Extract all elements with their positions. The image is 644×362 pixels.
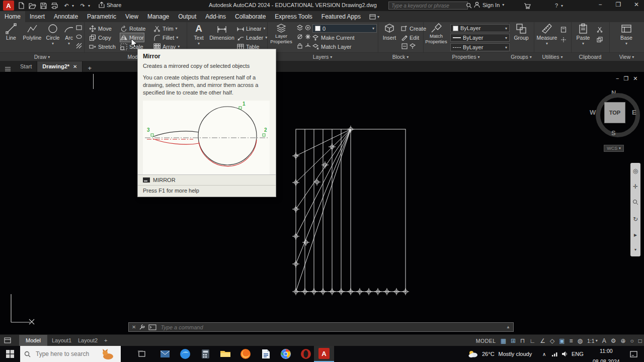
minimize-button[interactable]: − xyxy=(594,1,607,8)
panel-label-layers[interactable]: Layers▾ xyxy=(267,52,378,61)
layer-freeze-icon[interactable] xyxy=(304,33,311,40)
annotation-monitor-icon[interactable]: ⊕ xyxy=(620,337,625,344)
ellipse-flyout-icon[interactable] xyxy=(75,33,83,40)
plot-icon[interactable] xyxy=(49,1,59,10)
task-view-button[interactable] xyxy=(132,346,152,362)
command-input[interactable] xyxy=(159,324,503,331)
tab-drawing2[interactable]: Drawing2* ✕ xyxy=(37,61,83,72)
viewcube-east[interactable]: E xyxy=(632,109,636,116)
layout-tab-menu-icon[interactable] xyxy=(4,337,11,344)
tab-insert[interactable]: Insert xyxy=(25,11,49,22)
isodraft-icon[interactable]: ◇ xyxy=(550,337,554,344)
file-tab-menu-icon[interactable] xyxy=(0,66,15,72)
dimension-button[interactable]: Dimension xyxy=(209,23,235,41)
help-chevron-icon[interactable]: ▾ xyxy=(559,1,565,10)
tab-home[interactable]: Home xyxy=(0,11,25,22)
panel-label-groups[interactable]: Groups▾ xyxy=(509,52,534,61)
taskbar-app-edge[interactable] xyxy=(175,346,195,362)
network-icon[interactable] xyxy=(551,346,558,362)
layer-properties-button[interactable]: Layer Properties xyxy=(269,23,293,45)
zoom-icon[interactable] xyxy=(632,199,638,207)
lineweight-icon[interactable]: ≡ xyxy=(570,337,573,344)
base-button[interactable]: Base ▾ xyxy=(616,23,636,46)
fillet-button[interactable]: Fillet ▾ xyxy=(153,33,178,42)
isolate-objects-icon[interactable]: ○ xyxy=(630,337,634,344)
line-button[interactable]: Line xyxy=(2,23,20,41)
annotation-scale-dropdown[interactable]: 1:1 ▾ xyxy=(587,338,598,344)
cut-icon[interactable] xyxy=(596,26,603,33)
close-button[interactable]: ✕ xyxy=(630,1,643,8)
arc-button[interactable]: Arc ▾ xyxy=(62,23,75,46)
match-layer-button[interactable]: Match Layer xyxy=(312,42,352,51)
tab-express-tools[interactable]: Express Tools xyxy=(270,11,316,22)
tab-start[interactable]: Start xyxy=(15,61,37,72)
panel-label-clipboard[interactable]: Clipboard xyxy=(571,52,609,61)
new-file-icon[interactable] xyxy=(16,1,26,10)
restore-button[interactable]: ❐ xyxy=(612,1,625,8)
redo-chevron-icon[interactable]: ▾ xyxy=(87,1,92,10)
hatch-flyout-icon[interactable] xyxy=(75,42,83,49)
sign-in-button[interactable]: Sign In ▾ xyxy=(474,2,504,8)
viewcube-west[interactable]: W xyxy=(590,109,596,116)
insert-button[interactable]: Insert xyxy=(380,23,399,41)
tab-collaborate[interactable]: Collaborate xyxy=(230,11,270,22)
tab-model[interactable]: Model xyxy=(19,335,47,346)
group-button[interactable]: Group xyxy=(512,23,531,41)
taskbar-app-document[interactable] xyxy=(256,346,276,362)
tab-annotate[interactable]: Annotate xyxy=(49,11,83,22)
linetype-dropdown[interactable]: ByLayer ▾ xyxy=(450,43,510,51)
rotate-button[interactable]: Rotate xyxy=(120,24,145,33)
copy-clip-icon[interactable] xyxy=(596,36,603,43)
volume-icon[interactable] xyxy=(561,346,568,362)
tray-expand-button[interactable]: ∧ xyxy=(542,346,546,362)
nav-more-icon[interactable]: ▾ xyxy=(634,247,636,252)
pan-icon[interactable]: ✛ xyxy=(633,183,638,190)
layer-dropdown[interactable]: 0 ▾ xyxy=(312,24,377,33)
nav-wheel-icon[interactable]: ◎ xyxy=(633,167,638,174)
layer-isolate-icon[interactable] xyxy=(304,24,311,31)
search-icon[interactable] xyxy=(464,1,474,10)
taskbar-app-file-explorer[interactable] xyxy=(215,346,235,362)
panel-label-block[interactable]: Block▾ xyxy=(378,52,423,61)
rectangle-flyout-icon[interactable] xyxy=(75,24,83,31)
clock[interactable]: 11:00 08-08-2024 xyxy=(593,348,620,362)
panel-label-utilities[interactable]: Utilities▾ xyxy=(534,52,571,61)
close-tab-icon[interactable]: ✕ xyxy=(73,61,77,72)
model-space-label[interactable]: MODEL xyxy=(476,338,496,344)
tab-add-ins[interactable]: Add-ins xyxy=(201,11,230,22)
layer-off-icon[interactable] xyxy=(296,33,303,40)
start-button[interactable] xyxy=(0,346,20,362)
mdi-minimize-icon[interactable]: − xyxy=(616,75,619,82)
polyline-button[interactable]: Polyline xyxy=(21,23,43,41)
move-button[interactable]: Move xyxy=(89,24,112,33)
customize-icon[interactable] xyxy=(139,324,145,330)
command-line[interactable]: ✕ ▲ xyxy=(128,322,514,332)
object-color-dropdown[interactable]: ByLayer ▾ xyxy=(450,24,510,32)
viewcube-south[interactable]: S xyxy=(611,129,616,137)
text-button[interactable]: A Text ▾ xyxy=(191,23,207,46)
taskbar-app-mail[interactable] xyxy=(155,346,175,362)
annotation-visibility-icon[interactable]: A xyxy=(602,337,606,344)
undo-chevron-icon[interactable]: ▾ xyxy=(70,1,75,10)
paste-button[interactable]: Paste ▾ xyxy=(574,23,592,46)
polar-tracking-icon[interactable]: ∠ xyxy=(540,337,545,344)
trim-button[interactable]: Trim ▾ xyxy=(153,24,178,33)
layer-walk-icon[interactable] xyxy=(304,42,311,49)
panel-label-properties[interactable]: Properties▾ xyxy=(423,52,509,61)
app-logo[interactable]: A xyxy=(3,1,14,11)
viewcube-top-face[interactable]: TOP xyxy=(604,102,625,123)
open-icon[interactable] xyxy=(27,1,37,10)
taskbar-app-opera[interactable] xyxy=(296,346,316,362)
mdi-close-icon[interactable]: ✕ xyxy=(633,75,637,82)
show-motion-icon[interactable]: ▸ xyxy=(634,231,637,238)
wcs-dropdown[interactable]: WCS ▾ xyxy=(604,145,624,152)
measure-button[interactable]: Measure ▾ xyxy=(536,23,558,46)
weather-widget[interactable]: 26°C Mostly cloudy xyxy=(468,346,532,362)
linear-button[interactable]: Linear ▾ xyxy=(237,24,266,33)
infer-constraints-icon[interactable]: ⊓ xyxy=(520,337,525,344)
grid-icon[interactable]: ▦ xyxy=(501,337,506,344)
redo-icon[interactable]: ↷ xyxy=(77,1,88,10)
make-current-button[interactable]: Make Current xyxy=(312,33,355,42)
workspace-gear-icon[interactable]: ⚙ xyxy=(611,337,616,344)
drawing-canvas[interactable]: − ❐ ✕ N W TOP E S xyxy=(0,72,644,334)
